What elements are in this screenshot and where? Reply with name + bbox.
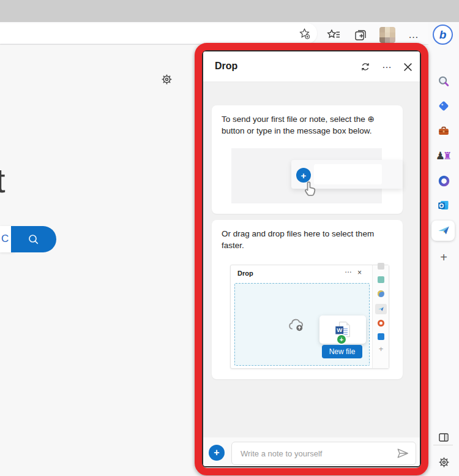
- microsoft365-icon[interactable]: [435, 172, 453, 190]
- profile-avatar[interactable]: [379, 27, 395, 43]
- rook-glyph: ♜: [443, 150, 452, 162]
- page-search-button[interactable]: [11, 226, 56, 252]
- more-menu-icon[interactable]: …: [406, 27, 422, 43]
- send-icon[interactable]: [395, 446, 410, 461]
- drop-panel-header: Drop …: [203, 51, 420, 82]
- mini-close-icon: ×: [357, 268, 362, 277]
- drop-icon[interactable]: [435, 221, 453, 240]
- sidebar-settings-icon[interactable]: [435, 453, 453, 471]
- panel-title: Drop: [215, 61, 237, 72]
- onboarding-card-drag: Or drag and drop files here to select th…: [212, 220, 403, 379]
- mini-sidebar-drop-icon: [375, 304, 387, 314]
- hand-cursor-icon: [301, 179, 318, 198]
- panel-toggle-icon[interactable]: [435, 428, 453, 447]
- svg-text:W: W: [337, 327, 343, 333]
- add-content-button[interactable]: +: [209, 445, 225, 461]
- mini-window-title: Drop: [237, 270, 253, 277]
- mini-sidebar-icon: [378, 290, 384, 297]
- address-bar[interactable]: [0, 23, 317, 43]
- cloud-upload-icon: [287, 317, 307, 333]
- mini-more-icon: …: [345, 266, 352, 274]
- games-icon[interactable]: ♟♜: [435, 146, 453, 165]
- mini-sidebar-icon: [378, 320, 384, 327]
- panel-more-icon[interactable]: …: [379, 59, 394, 74]
- composer-bar: +: [203, 437, 420, 467]
- mini-drop-window-illustration: Drop … × W + New file: [230, 265, 389, 369]
- mini-sidebar-illustration: +: [372, 265, 389, 368]
- bing-b-glyph: b: [439, 28, 447, 42]
- panel-close-icon[interactable]: [400, 59, 415, 74]
- search-text-fragment: C: [1, 233, 9, 245]
- mini-sidebar-add-icon: +: [378, 346, 384, 352]
- card-send-text: To send your first file or note, select …: [222, 113, 395, 137]
- mini-sidebar-icon: [378, 276, 384, 283]
- sidebar-add-icon[interactable]: +: [435, 248, 453, 266]
- bing-chat-icon[interactable]: b: [433, 25, 453, 45]
- tab-strip: [0, 0, 459, 22]
- note-input[interactable]: [231, 442, 416, 465]
- add-favorite-icon[interactable]: [296, 25, 312, 41]
- favorites-icon[interactable]: [326, 27, 341, 43]
- outlook-icon[interactable]: [435, 196, 453, 214]
- mini-sidebar-icon: [378, 263, 384, 270]
- sync-icon[interactable]: [358, 59, 373, 74]
- send-illustration: +: [231, 148, 382, 203]
- magnifier-icon: [28, 233, 40, 246]
- onboarding-card-send: To send your first file or note, select …: [212, 105, 403, 214]
- page-heading-fragment: t: [0, 161, 6, 200]
- page-settings-icon[interactable]: [159, 71, 174, 87]
- edge-browser-window: … b ♟♜ +: [0, 0, 459, 476]
- new-file-button: New file: [322, 345, 362, 358]
- shopping-icon[interactable]: [435, 97, 453, 115]
- drop-panel: Drop … To send your first file or note, …: [202, 50, 421, 467]
- edge-sidebar: b ♟♜ +: [428, 22, 459, 476]
- collections-icon[interactable]: [353, 27, 368, 43]
- mini-sidebar-icon: [378, 333, 384, 340]
- add-file-badge: +: [336, 334, 347, 345]
- search-icon[interactable]: [435, 72, 453, 91]
- tools-icon[interactable]: [435, 122, 453, 140]
- card-drag-text: Or drag and drop files here to select th…: [222, 228, 395, 251]
- illustration-message-box: [314, 164, 382, 184]
